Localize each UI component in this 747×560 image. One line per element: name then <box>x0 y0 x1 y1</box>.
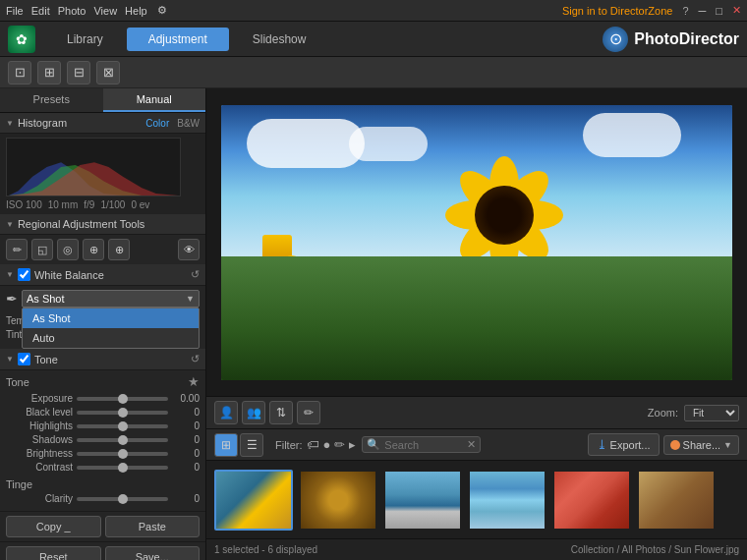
grid-view-icon[interactable]: ⊞ <box>214 433 238 457</box>
filmstrip-thumb-3[interactable] <box>383 470 462 531</box>
share-dot <box>670 440 680 450</box>
list-view-icon[interactable]: ☰ <box>240 433 263 457</box>
title-bar: File Edit Photo View Help ⚙ Sign in to D… <box>0 0 747 22</box>
zoom-label: Zoom: <box>648 407 678 419</box>
eye-icon[interactable]: 👁 <box>178 239 200 260</box>
view-controls-bar: 👤 👥 ⇅ ✏ Zoom: Fit 25% 50% 100% 200% <box>206 396 747 428</box>
filmstrip-thumb-5[interactable] <box>552 470 631 531</box>
menu-edit[interactable]: Edit <box>31 5 50 17</box>
menu-view[interactable]: View <box>93 5 117 17</box>
histogram-section-header[interactable]: ▼ Histogram Color B&W <box>0 113 205 134</box>
color-mode-label[interactable]: Color <box>145 118 169 129</box>
paste-button[interactable]: Paste <box>105 516 201 537</box>
brand-name: PhotoDirector <box>634 30 739 48</box>
filter-area: Filter: 🏷 ● ✏ ▸ <box>275 437 356 452</box>
wb-checkbox[interactable] <box>18 268 30 281</box>
menu-help[interactable]: Help <box>125 5 147 17</box>
filmstrip-thumb-6[interactable] <box>637 470 716 531</box>
action-buttons: ⤓ Export... Share... ▼ <box>588 433 739 456</box>
black-level-slider[interactable] <box>77 411 168 415</box>
filmstrip-thumb-1[interactable] <box>214 470 293 531</box>
menu-photo[interactable]: Photo <box>58 5 86 17</box>
tab-library[interactable]: Library <box>45 28 125 51</box>
status-bar: 1 selected - 6 displayed Collection / Al… <box>206 538 747 560</box>
tab-adjustment[interactable]: Adjustment <box>127 28 229 51</box>
highlights-row: Highlights 0 <box>6 420 200 431</box>
app-logo: ✿ <box>8 26 35 53</box>
tone-favorite-icon[interactable]: ★ <box>188 374 200 389</box>
contrast-slider[interactable] <box>77 466 168 470</box>
wb-option-auto[interactable]: Auto <box>23 328 199 348</box>
sign-in-link[interactable]: Sign in to DirectorZone <box>562 5 673 17</box>
tab-slideshow[interactable]: Slideshow <box>231 28 328 51</box>
tab-presets[interactable]: Presets <box>0 88 103 112</box>
export-label: Export... <box>610 439 651 451</box>
histogram-label: Histogram <box>18 117 67 129</box>
search-input[interactable] <box>384 439 463 451</box>
brand-icon: ⊙ <box>603 27 628 52</box>
person-icon[interactable]: 👤 <box>214 401 238 424</box>
regional-tools-header[interactable]: ▼ Regional Adjustment Tools <box>0 214 205 235</box>
view-fullscreen-btn[interactable]: ⊠ <box>96 61 120 84</box>
people-icon[interactable]: 👥 <box>242 401 265 424</box>
filmstrip-thumb-2[interactable] <box>299 470 377 531</box>
brightness-slider[interactable] <box>77 452 168 456</box>
filter-icon-2[interactable]: ● <box>323 437 331 452</box>
edit-icon[interactable]: ✏ <box>297 401 320 424</box>
tone-section-header[interactable]: ▼ Tone ↺ <box>0 349 205 370</box>
wb-reset-icon[interactable]: ↺ <box>191 268 200 281</box>
sort-icon[interactable]: ⇅ <box>269 401 293 424</box>
wb-dropdown[interactable]: As Shot ▼ <box>22 290 200 308</box>
copy-button[interactable]: Copy _ <box>6 516 101 537</box>
exposure-label: Exposure <box>6 393 73 404</box>
filter-icon-4[interactable]: ▸ <box>349 437 356 452</box>
highlights-slider[interactable] <box>77 424 168 428</box>
view-grid-btn[interactable]: ⊟ <box>67 61 90 84</box>
brush-tool[interactable]: ✏ <box>6 239 28 260</box>
help-icon[interactable]: ? <box>682 5 688 17</box>
exposure-value: 0.00 <box>172 393 200 404</box>
menu-file[interactable]: File <box>6 5 24 17</box>
filter-icon-3[interactable]: ✏ <box>334 437 345 452</box>
gear-icon[interactable]: ⚙ <box>157 4 167 17</box>
view-toggle-icons: ⊞ ☰ <box>214 433 263 457</box>
eyedropper-tool[interactable]: ⊕ <box>108 239 130 260</box>
share-button[interactable]: Share... ▼ <box>663 435 739 455</box>
mask-tool[interactable]: ⊕ <box>83 239 104 260</box>
wb-collapse-arrow[interactable]: ▼ <box>6 270 14 279</box>
bottom-buttons-2: Reset Save... <box>0 541 205 560</box>
exposure-slider[interactable] <box>77 397 168 401</box>
tab-manual[interactable]: Manual <box>103 88 206 112</box>
bw-mode-label[interactable]: B&W <box>177 118 200 129</box>
search-clear-icon[interactable]: ✕ <box>467 438 476 451</box>
minimize-button[interactable]: ─ <box>699 5 707 17</box>
white-balance-header[interactable]: ▼ White Balance ↺ <box>0 264 205 286</box>
tone-reset-icon[interactable]: ↺ <box>191 353 200 365</box>
tone-checkbox[interactable] <box>18 353 30 365</box>
maximize-button[interactable]: □ <box>716 5 722 17</box>
tone-collapse-arrow[interactable]: ▼ <box>6 355 14 364</box>
shadows-slider[interactable] <box>77 438 168 442</box>
gradient-tool[interactable]: ◱ <box>31 239 53 260</box>
export-button[interactable]: ⤓ Export... <box>588 433 660 456</box>
view-compare-btn[interactable]: ⊞ <box>37 61 61 84</box>
radial-tool[interactable]: ◎ <box>57 239 79 260</box>
close-button[interactable]: ✕ <box>732 4 741 17</box>
sub-toolbar: ⊡ ⊞ ⊟ ⊠ <box>0 57 747 88</box>
nav-tabs: Library Adjustment Slideshow <box>45 28 327 51</box>
reset-button[interactable]: Reset <box>6 546 101 560</box>
view-single-btn[interactable]: ⊡ <box>8 61 31 84</box>
filter-icon-1[interactable]: 🏷 <box>307 437 319 452</box>
filter-label: Filter: <box>275 439 303 451</box>
regional-tools-label: Regional Adjustment Tools <box>18 218 144 230</box>
share-dropdown-arrow[interactable]: ▼ <box>723 440 732 450</box>
wb-eyedropper-icon[interactable]: ✒ <box>6 291 18 307</box>
filmstrip-thumb-4[interactable] <box>468 470 546 531</box>
save-button[interactable]: Save... <box>105 546 201 560</box>
clarity-slider[interactable] <box>77 497 168 501</box>
regional-collapse-arrow[interactable]: ▼ <box>6 220 14 229</box>
tone-section: Tone ★ Exposure 0.00 Black level 0 <box>0 370 205 511</box>
wb-option-as-shot[interactable]: As Shot <box>23 308 199 328</box>
zoom-select[interactable]: Fit 25% 50% 100% 200% <box>684 405 739 421</box>
histogram-collapse-arrow[interactable]: ▼ <box>6 119 14 128</box>
